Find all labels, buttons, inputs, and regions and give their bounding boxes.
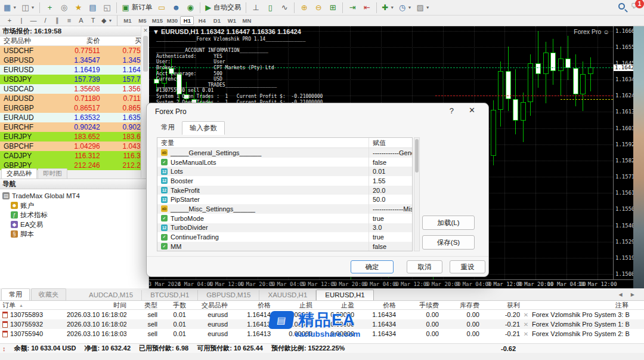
- chart-tab-BTCUSD[interactable]: BTCUSD,H1: [142, 290, 198, 300]
- market-watch-tab-即时图[interactable]: 即时图: [38, 168, 67, 179]
- line-mode-icon[interactable]: ∿: [278, 2, 291, 14]
- order-row-130755932[interactable]: 1307559322026.03.10 16:18:02sell0.01euru…: [0, 319, 644, 329]
- chart-tab-GBPUSD[interactable]: GBPUSD,M15: [198, 290, 259, 300]
- param-value[interactable]: ------------General Settings------------: [369, 149, 412, 156]
- market-watch-row-gbpusd[interactable]: GBPUSD1.345471.34564: [0, 56, 148, 65]
- data-window-icon[interactable]: ◱: [100, 2, 113, 14]
- fibonacci-tool-icon[interactable]: ≡: [64, 16, 75, 25]
- chart-tab-EURUSD[interactable]: EURUSD,H1: [316, 290, 373, 300]
- help-icon[interactable]: ?: [450, 106, 454, 115]
- timeframe-w1[interactable]: W1: [225, 16, 239, 25]
- market-watch-row-usdcad[interactable]: USDCAD1.356081.35628: [0, 84, 148, 94]
- chart-time-axis[interactable]: 3 Mar 20264 Mar 04:004 Mar 12:004 Mar 20…: [149, 279, 633, 288]
- order-row-130755940[interactable]: 1307559402026.03.10 16:18:03sell0.01euru…: [0, 329, 644, 339]
- tab-scroll-arrows[interactable]: ◀ ▶: [618, 292, 638, 297]
- label-tool-icon[interactable]: T: [88, 16, 98, 25]
- scrollbar-thumb[interactable]: [143, 36, 148, 72]
- param-value[interactable]: --------------Misc Settings-------------…: [369, 205, 412, 213]
- crosshair-tool-icon[interactable]: +: [4, 16, 15, 25]
- market-watch-tab-交易品种[interactable]: 交易品种: [1, 168, 37, 179]
- indicators-menu-icon[interactable]: ✚▼: [380, 2, 396, 14]
- chart-tab-AUDCAD[interactable]: AUDCAD,M15: [80, 290, 142, 300]
- reset-button[interactable]: 重设: [450, 260, 485, 273]
- param-row-MiscSettinngs[interactable]: ab_____Misc_Settinngs______-------------…: [157, 204, 412, 214]
- terminal-tab-收藏夹[interactable]: 收藏夹: [31, 288, 66, 300]
- auto-trading-icon[interactable]: ▶自动交易: [203, 2, 243, 14]
- terminal-col-1[interactable]: 时间: [67, 301, 126, 310]
- community-icon[interactable]: ☻: [169, 2, 182, 14]
- col-symbol[interactable]: 交易品种: [0, 36, 51, 45]
- close-order-icon[interactable]: ✕: [520, 331, 532, 337]
- market-watch-row-usdjpy[interactable]: USDJPY157.739157.758: [0, 75, 148, 84]
- signals-icon[interactable]: ◉: [184, 2, 197, 14]
- dialog-tab-输入参数[interactable]: 输入参数: [182, 121, 225, 135]
- chart-tab-XAUUSD[interactable]: XAUUSD,H1: [259, 290, 316, 300]
- text-tool-icon[interactable]: A: [76, 16, 86, 25]
- trendline-tool-icon[interactable]: /: [40, 16, 51, 25]
- terminal-col-3[interactable]: 手数: [157, 301, 186, 310]
- chart-window-menu-icon[interactable]: ▦▼: [2, 2, 18, 14]
- timeframe-mn[interactable]: MN: [240, 16, 253, 25]
- market-watch-row-eurgbp[interactable]: EURGBP0.865170.86535: [0, 103, 148, 113]
- param-row-UseManualLots[interactable]: ✓UseManualLotsfalse: [157, 158, 412, 167]
- market-watch-row-eurjpy[interactable]: EURJPY183.652183.670: [0, 132, 148, 141]
- cancel-button[interactable]: 取消: [407, 260, 442, 273]
- param-row-PipStarter[interactable]: 12PipStarter50.0: [157, 195, 412, 204]
- vertical-line-tool-icon[interactable]: |: [16, 16, 27, 25]
- terminal-col-6[interactable]: 止损: [271, 301, 312, 310]
- timeframe-h4[interactable]: H4: [195, 16, 209, 25]
- param-value[interactable]: 0.01: [369, 168, 412, 175]
- terminal-col-2[interactable]: 类型: [126, 301, 157, 310]
- save-button[interactable]: 保存(S): [422, 235, 475, 250]
- zoom-in-icon[interactable]: ⊕: [298, 2, 311, 14]
- timeframe-h1[interactable]: H1: [180, 16, 194, 25]
- horizontal-line-tool-icon[interactable]: —: [28, 16, 39, 25]
- terminal-col-11[interactable]: 获利: [479, 301, 520, 310]
- crosshair-cursor-icon[interactable]: ◎: [57, 2, 70, 14]
- param-row-Booster[interactable]: 12Booster1.55: [157, 176, 412, 186]
- terminal-col-4[interactable]: 交易品种: [186, 301, 228, 310]
- param-row-Lots[interactable]: 12Lots0.01: [157, 167, 412, 176]
- close-order-icon[interactable]: ✕: [520, 312, 532, 318]
- zoom-out-icon[interactable]: ⊖: [312, 2, 325, 14]
- param-row-TurboDivider[interactable]: 12TurboDivider3.0: [157, 223, 412, 233]
- param-value[interactable]: true: [369, 233, 412, 241]
- param-value[interactable]: 3.0: [369, 224, 412, 231]
- param-value[interactable]: false: [369, 243, 412, 250]
- ok-button[interactable]: 确定: [351, 260, 394, 273]
- auto-scroll-icon[interactable]: ⇥: [346, 2, 359, 14]
- terminal-col-0[interactable]: 订单▲: [0, 301, 67, 310]
- load-button[interactable]: 加载(L): [422, 216, 475, 230]
- param-row-ContinueTrading[interactable]: ✓ContinueTradingtrue: [157, 232, 412, 242]
- param-value[interactable]: false: [369, 159, 412, 166]
- tile-windows-icon[interactable]: ⊞: [326, 2, 339, 14]
- deposit-icon[interactable]: ▭: [155, 2, 168, 14]
- timeframe-m15[interactable]: M15: [150, 16, 164, 25]
- search-icon[interactable]: [618, 3, 625, 10]
- terminal-col-8[interactable]: 价格: [354, 301, 396, 310]
- channel-tool-icon[interactable]: ∥: [52, 16, 63, 25]
- timeframe-d1[interactable]: D1: [210, 16, 224, 25]
- col-bid[interactable]: 卖价: [51, 36, 100, 45]
- notification-bell-icon[interactable]: 🗩1: [631, 2, 639, 10]
- bar-chart-mode-icon[interactable]: ⊥: [249, 2, 262, 14]
- new-order-icon[interactable]: ▣新订单: [120, 2, 154, 14]
- param-value[interactable]: 20.0: [369, 187, 412, 194]
- terminal-col-7[interactable]: 止盈: [312, 301, 354, 310]
- param-row-MM[interactable]: ✓MMfalse: [157, 242, 412, 251]
- param-value[interactable]: 1.55: [369, 177, 412, 184]
- close-icon[interactable]: ✕: [141, 26, 150, 35]
- market-watch-row-usdchf[interactable]: USDCHF0.775110.77528: [0, 46, 148, 56]
- parameter-scrollbar[interactable]: [414, 137, 420, 251]
- tree-item-技术指标[interactable]: ƒ技术指标: [11, 210, 148, 220]
- param-row-GeneralSettings[interactable]: ab_____General_Settings______-----------…: [157, 148, 412, 158]
- terminal-tab-常用[interactable]: 常用: [1, 288, 30, 300]
- terminal-col-12[interactable]: 注释: [532, 301, 644, 310]
- tree-item-EA交易[interactable]: ◆EA交易: [11, 220, 148, 229]
- candle-mode-icon[interactable]: ▯: [264, 2, 277, 14]
- param-value[interactable]: true: [369, 215, 412, 222]
- param-value[interactable]: 50.0: [369, 196, 412, 203]
- timeframe-m30[interactable]: M30: [165, 16, 179, 25]
- close-icon[interactable]: ✕: [469, 106, 475, 115]
- market-watch-row-eurusd[interactable]: EURUSD1.164191.16434: [0, 65, 148, 75]
